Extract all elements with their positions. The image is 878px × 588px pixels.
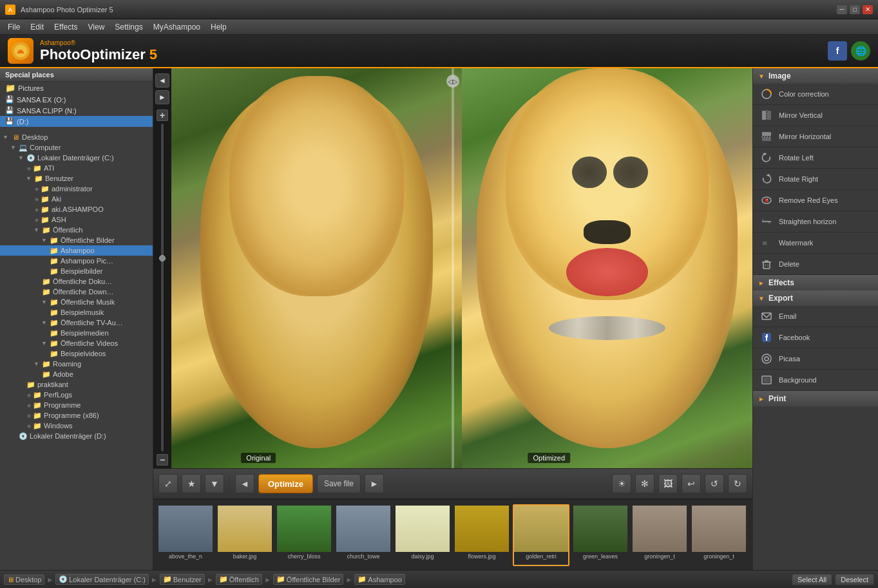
brightness-button[interactable]: ☀ (612, 474, 631, 493)
rp-facebook[interactable]: Facebook (753, 327, 878, 348)
rp-image-header[interactable]: ▼ Image (753, 68, 878, 84)
thumb-groningen2[interactable]: ☐ groningen_t (691, 504, 747, 566)
select-all-button[interactable]: Select All (792, 574, 832, 585)
rp-rotate-right[interactable]: Rotate Right (753, 169, 878, 190)
tree-offentlich[interactable]: ▼ 📁 Öffentlich (0, 225, 153, 235)
maximize-button[interactable]: □ (850, 5, 860, 14)
tree-desktop[interactable]: ▼ 🖥 Desktop (0, 132, 153, 142)
rp-picasa[interactable]: Picasa (753, 348, 878, 370)
crumb-local-c[interactable]: 💿 Lokaler Datenträger (C:) (55, 574, 149, 585)
crumb-benutzer[interactable]: 📁 Benutzer (160, 574, 205, 585)
thumb-green_leaves[interactable]: ☐ green_leaves (572, 504, 629, 566)
world-icon[interactable]: 🌐 (851, 41, 870, 61)
tree-programme[interactable]: ◆ 📁 Programme (0, 400, 153, 410)
special-item-pictures[interactable]: 📁 Pictures (0, 82, 153, 94)
tree-ashampoo-pic[interactable]: 📁 Ashampoo Pic… (0, 256, 153, 266)
deselect-button[interactable]: Deselect (835, 574, 874, 585)
menu-settings[interactable]: Settings (110, 21, 148, 33)
tree-local-d[interactable]: 💿 Lokaler Datenträger (D:) (0, 431, 153, 441)
thumb-daisy[interactable]: ☐ daisy.jpg (394, 504, 451, 566)
tree-computer[interactable]: ▼ 💻 Computer (0, 142, 153, 153)
tree-aki[interactable]: ◆ 📁 Aki (0, 194, 153, 204)
split-divider[interactable]: ◁▷ (452, 68, 454, 468)
rp-straighten-horizon[interactable]: Straighten horizon (753, 211, 878, 232)
crumb-offentlich[interactable]: 📁 Öffentlich (216, 574, 262, 585)
menu-myashampoo[interactable]: MyAshampoo (148, 21, 205, 33)
tree-offentliche-tv[interactable]: ▼ 📁 Öffentliche TV-Au… (0, 318, 153, 328)
rp-watermark[interactable]: ≋ Watermark (753, 232, 878, 254)
menu-effects[interactable]: Effects (49, 21, 82, 33)
menu-help[interactable]: Help (205, 21, 232, 33)
tree-beispielmedien[interactable]: 📁 Beispielmedien (0, 328, 153, 338)
menu-file[interactable]: File (3, 21, 25, 33)
tree-administrator[interactable]: ◆ 📁 administrator (0, 184, 153, 194)
color-button[interactable]: ✻ (635, 474, 654, 493)
rp-export-header[interactable]: ▼ Export (753, 290, 878, 306)
crumb-ashampoo[interactable]: 📁 Ashampoo (354, 574, 405, 585)
tree-perflogs[interactable]: ◆ 📁 PerfLogs (0, 390, 153, 400)
zoom-track[interactable] (161, 124, 164, 451)
prev-button[interactable]: ◄ (235, 474, 254, 493)
tree-praktikant[interactable]: 📁 praktikant (0, 379, 153, 390)
thumb-baker[interactable]: ☐ baker.jpg (216, 504, 273, 566)
next-button[interactable]: ► (365, 474, 384, 493)
special-item-d[interactable]: 💾 (D:) (0, 116, 153, 127)
menu-view[interactable]: View (83, 21, 110, 33)
tree-offentliche-musik[interactable]: ▼ 📁 Öffentliche Musik (0, 297, 153, 307)
thumb-flowers[interactable]: ☐ flowers.jpg (453, 504, 510, 566)
tree-adobe[interactable]: 📁 Adobe (0, 369, 153, 379)
thumb-golden[interactable]: ☑ golden_retri (513, 504, 569, 566)
crumb-offentliche-bilder[interactable]: 📁 Öffentliche Bilder (273, 574, 344, 585)
rp-email[interactable]: Email (753, 306, 878, 327)
tree-ati[interactable]: ◆ 📁 ATI (0, 163, 153, 173)
rp-mirror-horizontal[interactable]: Mirror Horizontal (753, 126, 878, 147)
rp-background[interactable]: Background (753, 370, 878, 391)
tree-offentliche-doku[interactable]: 📁 Öffentliche Doku… (0, 276, 153, 287)
thumb-cherry[interactable]: ☐ cherry_bloss (276, 504, 332, 566)
tree-local-c[interactable]: ▼ 💿 Lokaler Datenträger (C:) (0, 153, 153, 163)
star-button[interactable]: ★ (182, 474, 201, 493)
rp-remove-red-eyes[interactable]: Remove Red Eyes (753, 190, 878, 211)
redo-button[interactable]: ↻ (728, 474, 747, 493)
facebook-icon[interactable]: f (828, 41, 847, 61)
tree-offentliche-down[interactable]: 📁 Öffentliche Down… (0, 287, 153, 297)
save-button[interactable]: Save file (317, 474, 361, 493)
thumb-groningen1[interactable]: ☐ groningen_t (631, 504, 688, 566)
tree-beispielmusik[interactable]: 📁 Beispielmusik (0, 307, 153, 318)
optimize-button[interactable]: Optimize (258, 474, 313, 493)
arrow-button[interactable]: ▼ (205, 474, 224, 493)
tree-aki-ashampoo[interactable]: ◆ 📁 aki.ASHAMPOO (0, 204, 153, 214)
tree-roaming[interactable]: ▼ 📁 Roaming (0, 359, 153, 369)
expand-button[interactable]: ⤢ (158, 474, 178, 493)
zoom-in-button[interactable]: + (157, 109, 168, 121)
thumb-above_the[interactable]: ☐ above_the_n (157, 504, 214, 566)
undo-button[interactable]: ↩ (682, 474, 701, 493)
tree-offentliche-videos[interactable]: ▼ 📁 Öffentliche Videos (0, 338, 153, 348)
rp-color-correction[interactable]: Color correction (753, 84, 878, 105)
tree-windows[interactable]: ◆ 📁 Windows (0, 421, 153, 431)
thumb-church[interactable]: ☐ church_towe (335, 504, 392, 566)
tree-benutzer[interactable]: ▼ 📁 Benutzer (0, 173, 153, 184)
tree-ashampoo[interactable]: 📁 Ashampoo (0, 245, 153, 256)
special-item-sansa-ex[interactable]: 💾 SANSA EX (O:) (0, 94, 153, 105)
photo-button[interactable]: 🖼 (658, 474, 678, 493)
rp-print-header[interactable]: ► Print (753, 391, 878, 406)
nav-left-arrow[interactable]: ◄ (155, 73, 169, 88)
tree-beispielvideos[interactable]: 📁 Beispielvideos (0, 348, 153, 359)
rp-effects-header[interactable]: ► Effects (753, 275, 878, 290)
tree-offentliche-bilder[interactable]: ▼ 📁 Öffentliche Bilder (0, 235, 153, 245)
rp-delete[interactable]: Delete (753, 254, 878, 275)
rp-rotate-left[interactable]: Rotate Left (753, 147, 878, 169)
tree-ash[interactable]: ◆ 📁 ASH (0, 214, 153, 225)
nav-right-arrow[interactable]: ► (155, 90, 169, 104)
tree-beispielbilder[interactable]: 📁 Beispielbilder (0, 266, 153, 276)
tree-programme-x86[interactable]: ◆ 📁 Programme (x86) (0, 410, 153, 421)
special-item-sansa-clipp[interactable]: 💾 SANSA CLIPP (N:) (0, 105, 153, 116)
menu-edit[interactable]: Edit (25, 21, 49, 33)
zoom-out-button[interactable]: − (157, 454, 168, 466)
undo2-button[interactable]: ↺ (705, 474, 724, 493)
rp-mirror-vertical[interactable]: Mirror Vertical (753, 105, 878, 126)
crumb-desktop[interactable]: 🖥 Desktop (4, 574, 44, 585)
close-button[interactable]: ✕ (863, 5, 873, 14)
minimize-button[interactable]: ─ (837, 5, 847, 14)
